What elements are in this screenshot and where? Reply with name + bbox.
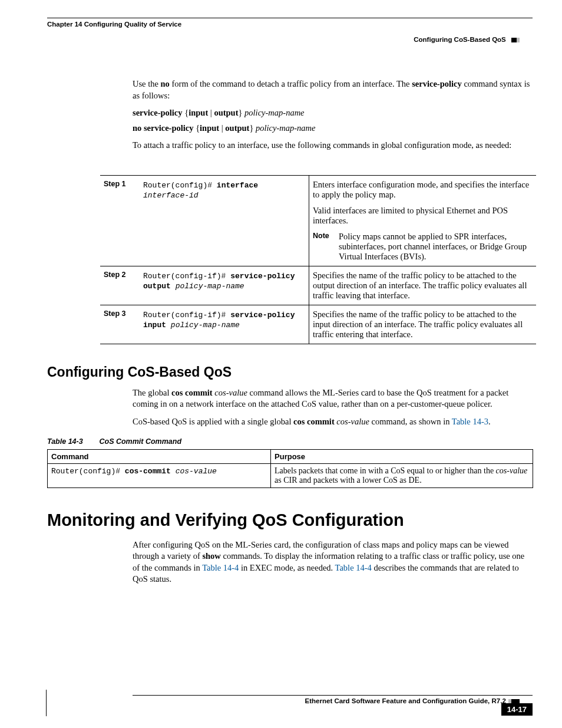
step-command: Router(config)# interface interface-id [140,175,309,266]
intro-block: Use the no form of the command to detach… [133,78,533,151]
column-header: Command [48,449,271,463]
command-cell: Router(config)# cos-commit cos-value [48,463,271,487]
cos-paragraph-1: The global cos commit cos-value command … [133,387,533,410]
intro-paragraph-2: To attach a traffic policy to an interfa… [133,140,533,151]
monitor-paragraph-1: After configuring QoS on the ML-Series c… [133,539,533,585]
table-row: Step 1 Router(config)# interface interfa… [100,175,536,266]
table-14-3-link[interactable]: Table 14-3 [452,417,488,426]
monitor-heading: Monitoring and Verifying QoS Configurati… [47,510,533,530]
cos-content: The global cos commit cos-value command … [133,387,533,428]
table-row: Step 2 Router(config-if)# service-policy… [100,266,536,305]
note-block: Note Policy maps cannot be applied to SP… [313,232,533,262]
column-header: Purpose [271,449,533,463]
table-row: Router(config)# cos-commit cos-value Lab… [48,463,533,487]
step-description: Specifies the name of the traffic policy… [309,305,537,344]
step-description: Specifies the name of the traffic policy… [309,266,537,305]
cos-paragraph-2: CoS-based QoS is applied with a single g… [133,416,533,428]
steps-table: Step 1 Router(config)# interface interfa… [100,175,536,344]
monitor-content: After configuring QoS on the ML-Series c… [133,539,533,585]
decorative-square-icon [511,38,520,42]
decorative-rule [46,690,47,716]
syntax-line-1: service-policy {input | output} policy-m… [133,107,533,119]
table-caption: Table 14-3 CoS Commit Command [47,437,533,446]
note-text: Policy maps cannot be applied to SPR int… [339,232,533,262]
header-chapter-line: Chapter 14 Configuring Quality of Servic… [47,18,533,28]
step-label: Step 3 [100,305,140,344]
header-section-text: Configuring CoS-Based QoS [414,36,506,43]
page-number: 14-17 [501,703,533,716]
step-label: Step 2 [100,266,140,305]
step-command: Router(config-if)# service-policy output… [140,266,309,305]
cos-heading: Configuring CoS-Based QoS [47,364,533,380]
table-14-4-link[interactable]: Table 14-4 [335,563,372,572]
cos-commit-table: Command Purpose Router(config)# cos-comm… [47,449,533,488]
step-description: Enters interface configuration mode, and… [309,175,537,266]
header-section-line: Configuring CoS-Based QoS [47,36,533,43]
footer-title: Ethernet Card Software Feature and Confi… [47,696,533,704]
page-footer: Ethernet Card Software Feature and Confi… [47,695,533,704]
syntax-line-2: no service-policy {input | output} polic… [133,123,533,134]
purpose-cell: Labels packets that come in with a CoS e… [271,463,533,487]
table-14-4-link[interactable]: Table 14-4 [202,563,239,572]
table-row: Step 3 Router(config-if)# service-policy… [100,305,536,344]
chapter-text: Chapter 14 Configuring Quality of Servic… [47,21,181,28]
table-header-row: Command Purpose [48,449,533,463]
note-label: Note [313,232,339,262]
step-label: Step 1 [100,175,140,266]
intro-paragraph-1: Use the no form of the command to detach… [133,78,533,101]
step-command: Router(config-if)# service-policy input … [140,305,309,344]
